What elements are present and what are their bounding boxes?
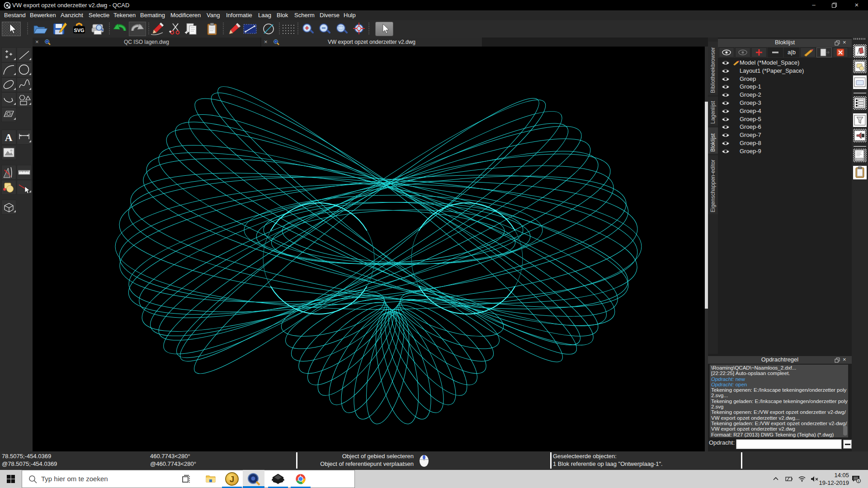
- svg-text:A: A: [5, 132, 13, 143]
- svg-text:1: 1: [858, 479, 859, 483]
- svg-text:SVG: SVG: [74, 28, 84, 33]
